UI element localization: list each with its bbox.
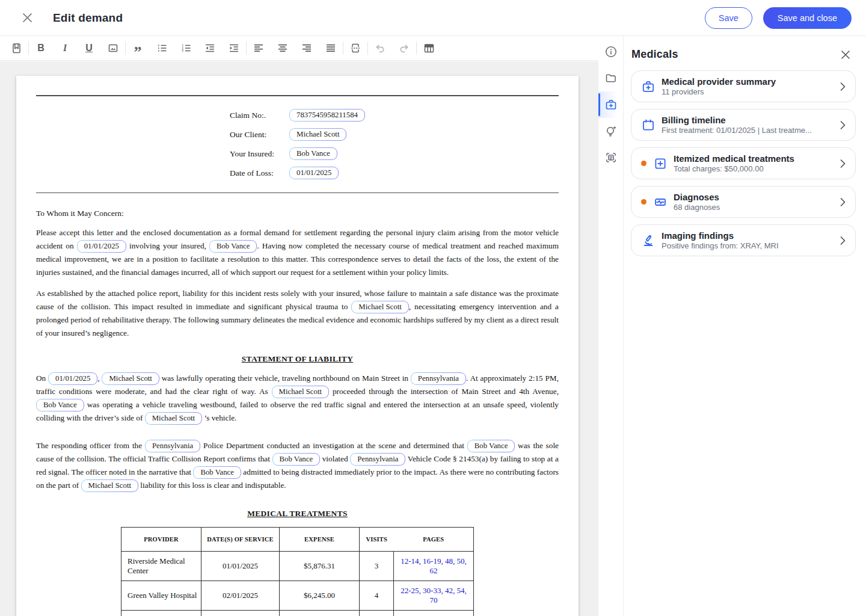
info-icon bbox=[604, 45, 618, 58]
medicals-card-itemized-treatments[interactable]: Itemized medical treatmentsTotal charges… bbox=[631, 147, 856, 179]
align-right-icon bbox=[301, 42, 313, 54]
document-page[interactable]: Claim No:.7837545958211584Our Client:Mic… bbox=[16, 76, 579, 616]
entity-token[interactable]: Michael Scott bbox=[351, 301, 408, 313]
entity-token[interactable]: 01/01/2025 bbox=[77, 240, 126, 253]
entity-token[interactable]: Pennsylvania bbox=[145, 440, 200, 452]
entity-token[interactable]: Bob Vance bbox=[467, 440, 515, 452]
entity-token[interactable]: 01/01/2025 bbox=[48, 372, 97, 385]
claim-field-token[interactable]: 7837545958211584 bbox=[289, 109, 365, 122]
entity-token[interactable]: Bob Vance bbox=[193, 466, 241, 479]
table-row: Green Valley Hospital02/01/2025$6,245.00… bbox=[121, 581, 474, 611]
claim-field-token[interactable]: Michael Scott bbox=[289, 128, 346, 141]
bold-button[interactable]: B bbox=[29, 39, 53, 57]
indent-button[interactable] bbox=[222, 39, 246, 57]
numbered-list-button[interactable]: 123 bbox=[174, 39, 198, 57]
entity-token[interactable]: Bob Vance bbox=[209, 240, 257, 253]
chevron-right-icon bbox=[840, 197, 846, 207]
section-heading-liability: STATEMENT OF LIABILITY bbox=[36, 354, 559, 364]
lightbulb-sparkle-icon bbox=[604, 125, 618, 138]
page-break-button[interactable] bbox=[343, 39, 367, 57]
outdent-button[interactable] bbox=[198, 39, 222, 57]
save-button[interactable]: Save bbox=[705, 7, 752, 29]
table-cell: 15-17, 20-23, 39, 44, 66 bbox=[394, 611, 474, 616]
page-links[interactable]: 22-25, 30-33, 42, 54, 70 bbox=[401, 586, 466, 605]
entity-token[interactable]: Michael Scott bbox=[102, 372, 159, 385]
save-and-close-button[interactable]: Save and close bbox=[763, 7, 852, 29]
paragraph: As established by the attached police re… bbox=[36, 287, 559, 340]
microscope-icon bbox=[641, 233, 656, 248]
paragraph: The responding officer from the Pennsylv… bbox=[36, 439, 559, 492]
claim-field-token[interactable]: 01/01/2025 bbox=[289, 167, 339, 179]
card-title: Billing timeline bbox=[662, 115, 834, 125]
align-left-button[interactable] bbox=[247, 39, 271, 57]
panel-close-button[interactable] bbox=[840, 49, 852, 61]
undo-button[interactable] bbox=[368, 39, 392, 57]
align-center-button[interactable] bbox=[271, 39, 295, 57]
claim-field-row: Your Insured:Bob Vance bbox=[230, 144, 365, 164]
italic-button[interactable]: I bbox=[53, 39, 77, 57]
rail-item-summary[interactable] bbox=[598, 144, 624, 171]
svg-text:3: 3 bbox=[182, 49, 183, 52]
card-title: Medical provider summary bbox=[662, 76, 834, 87]
medicals-card-diagnoses[interactable]: Diagnoses68 diagnoses bbox=[631, 186, 856, 218]
redo-button[interactable] bbox=[392, 39, 416, 57]
chevron-right-icon bbox=[840, 159, 846, 168]
unreviewed-dot bbox=[641, 199, 646, 205]
card-subtitle: 11 providers bbox=[662, 87, 834, 96]
bold-icon: B bbox=[37, 43, 45, 54]
table-cell: 01/01/2025 bbox=[201, 552, 280, 581]
align-right-button[interactable] bbox=[295, 39, 319, 57]
paragraph: Please accept this letter and the enclos… bbox=[36, 226, 559, 279]
medicals-card-provider-summary[interactable]: Medical provider summary11 providers bbox=[631, 70, 856, 102]
align-justify-button[interactable] bbox=[319, 39, 343, 57]
rail-item-files[interactable] bbox=[598, 65, 624, 91]
insert-table-button[interactable] bbox=[417, 39, 441, 57]
close-icon bbox=[841, 50, 850, 60]
card-title: Diagnoses bbox=[674, 192, 834, 202]
rail-item-insights[interactable] bbox=[598, 118, 624, 144]
card-subtitle: Positive findings from: XRAY, MRI bbox=[662, 241, 834, 250]
bookmark-icon bbox=[10, 42, 22, 54]
entity-token[interactable]: Michael Scott bbox=[81, 479, 138, 492]
entity-token[interactable]: Pennsylvania bbox=[411, 372, 466, 385]
insert-image-button[interactable] bbox=[101, 39, 125, 57]
card-subtitle: Total charges: $50,000.00 bbox=[674, 164, 834, 173]
entity-token[interactable]: Bob Vance bbox=[36, 399, 84, 411]
entity-token[interactable]: Michael Scott bbox=[145, 412, 202, 425]
table-cell: 22-25, 30-33, 42, 54, 70 bbox=[394, 581, 474, 611]
claim-field-label: Date of Loss: bbox=[230, 168, 289, 178]
rail-item-info[interactable] bbox=[598, 38, 624, 65]
table-cell: $4,920.75 bbox=[280, 611, 360, 616]
blockquote-button[interactable]: ” bbox=[126, 39, 150, 57]
bulleted-list-button[interactable] bbox=[150, 39, 174, 57]
app-header: Edit demand Save Save and close bbox=[0, 0, 866, 36]
table-cell: 02/01/2025 bbox=[201, 581, 280, 611]
close-editor-button[interactable] bbox=[21, 12, 33, 24]
align-justify-icon bbox=[325, 42, 337, 54]
chevron-right-icon bbox=[840, 236, 846, 245]
page-links[interactable]: 12-14, 16-19, 48, 50, 62 bbox=[401, 556, 466, 575]
horizontal-rule bbox=[36, 95, 559, 96]
rail-item-medicals[interactable] bbox=[598, 91, 624, 118]
entity-token[interactable]: Bob Vance bbox=[272, 453, 321, 466]
entity-token[interactable]: Pennsylvania bbox=[350, 453, 405, 466]
entity-token[interactable]: Michael Scott bbox=[272, 386, 329, 398]
claim-field-label: Your Insured: bbox=[230, 149, 289, 159]
table-cell: $5,876.31 bbox=[280, 552, 360, 581]
table-cell: 3 bbox=[360, 552, 394, 581]
table-row: Riverside Medical Center01/01/2025$5,876… bbox=[121, 552, 474, 581]
card-title: Imaging findings bbox=[662, 230, 834, 241]
table-row: Sunnydale Health Clinic03/01/2025$4,920.… bbox=[121, 611, 474, 616]
table-cell: 03/01/2025 bbox=[201, 611, 280, 616]
square-plus-icon bbox=[653, 156, 668, 171]
image-icon bbox=[107, 42, 119, 54]
underline-button[interactable]: U bbox=[77, 39, 101, 57]
table-cell: Green Valley Hospital bbox=[121, 581, 201, 611]
calendar-icon bbox=[641, 118, 656, 132]
medicals-card-imaging-findings[interactable]: Imaging findingsPositive findings from: … bbox=[631, 224, 856, 256]
table-cell: 5 bbox=[360, 611, 394, 616]
medicals-card-billing-timeline[interactable]: Billing timelineFirst treatment: 01/01/2… bbox=[631, 109, 856, 141]
bookmark-button[interactable] bbox=[4, 39, 28, 57]
claim-field-token[interactable]: Bob Vance bbox=[289, 147, 337, 160]
page-break-icon bbox=[349, 42, 361, 54]
